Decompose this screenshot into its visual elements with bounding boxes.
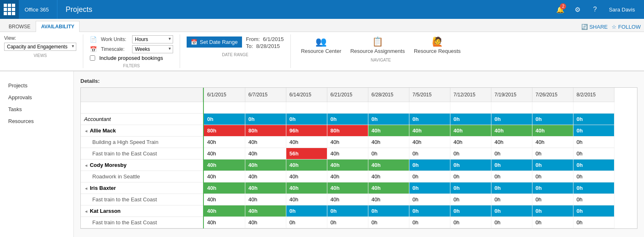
include-proposed-label: Include proposed bookings [99, 55, 163, 61]
data-cell [245, 102, 286, 113]
data-cell: 40h [327, 182, 368, 194]
person-cell: ◄Iris Baxter [81, 182, 203, 194]
data-cell: 0h [204, 113, 245, 125]
sidebar-item-tasks[interactable]: Tasks [0, 103, 73, 115]
data-cell: 40h [368, 194, 409, 205]
sidebar: Projects Approvals Tasks Resources [0, 71, 74, 237]
data-cell: 0h [409, 171, 450, 182]
col-header: 8/2/2015 [573, 88, 614, 102]
brand[interactable]: Office 365 [19, 0, 57, 19]
view-dropdown-row: Capacity and Engagements [4, 43, 76, 51]
data-cell: 40h [245, 216, 286, 228]
data-cell: 0h [532, 113, 573, 125]
app-grid-button[interactable] [0, 0, 19, 19]
share-button[interactable]: 🔄 SHARE [581, 24, 607, 30]
settings-button[interactable]: ⚙ [569, 0, 586, 19]
work-units-select[interactable]: Hours [132, 35, 173, 43]
resource-center-button[interactable]: 👥 Resource Center [297, 34, 345, 56]
table-row: 40h40h0h0h0h0h0h0h0h0h [204, 205, 614, 216]
data-cell: 40h [204, 216, 245, 228]
help-button[interactable]: ? [587, 0, 603, 19]
data-cell: 40h [327, 148, 368, 159]
section-label-views: Views [34, 53, 47, 58]
include-proposed-checkbox[interactable] [90, 55, 95, 61]
data-cell: 0h [491, 205, 532, 216]
set-date-range-button[interactable]: 📅 Set Date Range [187, 36, 242, 48]
table-row: 40h40h0h0h0h0h0h0h0h0h [204, 216, 614, 228]
data-cell: 40h [204, 159, 245, 171]
view-row: View: [4, 35, 76, 41]
data-cell: 40h [245, 159, 286, 171]
work-units-select-wrap[interactable]: Hours [132, 35, 173, 43]
timescale-select-wrap[interactable]: Weeks [132, 45, 173, 53]
filter-controls: 📄 Work Units: Hours 📅 Timescale: Weeks [90, 34, 173, 62]
data-cell: 0h [532, 148, 573, 159]
follow-button[interactable]: ☆ FOLLOW [612, 24, 641, 30]
data-cell: 40h [245, 194, 286, 205]
timescale-select[interactable]: Weeks [132, 45, 173, 53]
from-value: 6/1/2015 [263, 36, 284, 42]
data-cell: 40h [491, 136, 532, 148]
data-cell: 40h [204, 205, 245, 216]
user-name[interactable]: Sara Davis [604, 7, 640, 13]
data-cell [532, 102, 573, 113]
data-cell: 0h [450, 148, 491, 159]
top-nav-right: 🔔 2 ⚙ ? Sara Davis [552, 0, 644, 19]
col-header: 7/19/2015 [491, 88, 532, 102]
table-row: 0h0h0h0h0h0h0h0h0h0h [204, 113, 614, 125]
data-cell [327, 102, 368, 113]
data-cell: 0h [450, 182, 491, 194]
data-cell: 0h [409, 216, 450, 228]
ribbon-body: View: Capacity and Engagements Views 📄 W… [0, 32, 644, 71]
data-cell: 40h [327, 194, 368, 205]
sidebar-item-resources[interactable]: Resources [0, 115, 73, 127]
data-cell: 40h [204, 194, 245, 205]
col-header: 6/28/2015 [368, 88, 409, 102]
sidebar-item-approvals[interactable]: Approvals [0, 91, 73, 103]
data-cell [204, 102, 245, 113]
name-col-header [81, 88, 203, 102]
data-cell: 0h [573, 216, 614, 228]
data-cell: 0h [450, 171, 491, 182]
role-cell: Accountant [81, 113, 203, 125]
table-row: 40h40h40h40h40h0h0h0h0h0h [204, 194, 614, 205]
notifications-button[interactable]: 🔔 2 [552, 0, 569, 19]
data-cell: 0h [532, 194, 573, 205]
resource-assignments-button[interactable]: 📋 Resource Assignments [347, 34, 409, 56]
left-pane: Accountant◄Allie MackBuilding a High Spe… [81, 88, 204, 228]
section-label-daterange: Date Range [222, 52, 248, 57]
data-cell: 40h [327, 159, 368, 171]
project-cell: Building a High Speed Train [81, 136, 203, 148]
resource-assignments-icon: 📋 [372, 36, 383, 47]
data-cell [450, 102, 491, 113]
tab-browse[interactable]: BROWSE [3, 21, 36, 32]
data-cell: 0h [286, 216, 327, 228]
ribbon-section-filters: 📄 Work Units: Hours 📅 Timescale: Weeks [90, 34, 180, 68]
data-cell: 0h [450, 216, 491, 228]
data-cell [491, 102, 532, 113]
data-cell: 40h [286, 182, 327, 194]
sidebar-item-projects[interactable]: Projects [0, 80, 73, 91]
data-cell: 0h [368, 205, 409, 216]
project-cell: Roadwork in Seattle [81, 171, 203, 182]
right-pane: 6/1/20156/7/20156/14/20156/21/20156/28/2… [204, 88, 637, 228]
ribbon-tabs: BROWSE AVAILABILITY 🔄 SHARE ☆ FOLLOW [0, 19, 644, 32]
date-to: To: 8/28/2015 [246, 43, 284, 49]
data-cell: 0h [532, 205, 573, 216]
data-cell: 0h [409, 159, 450, 171]
data-cell: 0h [409, 113, 450, 125]
view-select-wrap[interactable]: Capacity and Engagements [4, 43, 76, 51]
col-header: 6/14/2015 [286, 88, 327, 102]
data-cell [368, 102, 409, 113]
data-table: Accountant◄Allie MackBuilding a High Spe… [80, 87, 637, 229]
view-select[interactable]: Capacity and Engagements [4, 43, 76, 51]
data-cell: 40h [245, 171, 286, 182]
data-cell: 0h [491, 113, 532, 125]
data-cell: 0h [368, 113, 409, 125]
data-cell: 0h [532, 159, 573, 171]
resource-requests-button[interactable]: 🙋 Resource Requests [410, 34, 464, 56]
data-cell: 0h [573, 182, 614, 194]
data-cell: 0h [409, 205, 450, 216]
tab-availability[interactable]: AVAILABILITY [36, 21, 80, 32]
col-header: 6/1/2015 [204, 88, 245, 102]
